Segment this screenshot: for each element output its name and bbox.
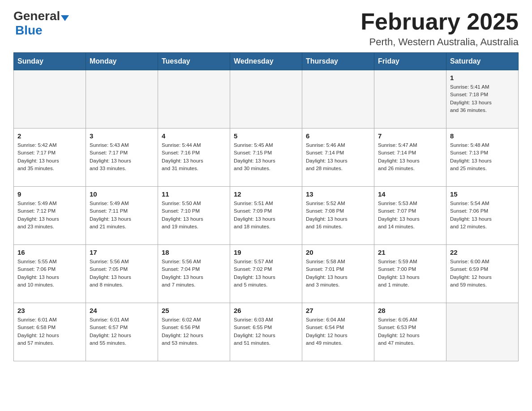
calendar-cell: 1Sunrise: 5:41 AMSunset: 7:18 PMDaylight… <box>446 70 519 128</box>
calendar-cell: 10Sunrise: 5:49 AMSunset: 7:11 PMDayligh… <box>86 187 158 245</box>
day-number: 3 <box>90 132 154 140</box>
day-number: 27 <box>306 307 370 314</box>
col-thursday: Thursday <box>302 53 374 70</box>
day-number: 6 <box>306 132 370 140</box>
day-number: 4 <box>162 132 226 140</box>
day-number: 15 <box>450 190 515 198</box>
calendar-cell: 4Sunrise: 5:44 AMSunset: 7:16 PMDaylight… <box>158 128 230 187</box>
calendar-row-3: 16Sunrise: 5:55 AMSunset: 7:06 PMDayligh… <box>14 245 519 303</box>
calendar-row-1: 2Sunrise: 5:42 AMSunset: 7:17 PMDaylight… <box>14 128 519 187</box>
calendar-cell: 12Sunrise: 5:51 AMSunset: 7:09 PMDayligh… <box>230 187 302 245</box>
day-info: Sunrise: 5:49 AMSunset: 7:12 PMDaylight:… <box>17 200 82 231</box>
day-number: 26 <box>234 307 298 314</box>
day-number: 16 <box>17 248 82 256</box>
calendar-cell: 13Sunrise: 5:52 AMSunset: 7:08 PMDayligh… <box>302 187 374 245</box>
title-block: February 2025 Perth, Western Australia, … <box>360 9 519 48</box>
day-info: Sunrise: 5:48 AMSunset: 7:13 PMDaylight:… <box>450 141 515 172</box>
calendar-row-2: 9Sunrise: 5:49 AMSunset: 7:12 PMDaylight… <box>14 187 519 245</box>
calendar-cell: 28Sunrise: 6:05 AMSunset: 6:53 PMDayligh… <box>374 303 446 361</box>
day-number: 22 <box>450 248 515 256</box>
day-number: 7 <box>378 132 442 140</box>
day-number: 24 <box>90 307 154 314</box>
page-subtitle: Perth, Western Australia, Australia <box>360 36 519 48</box>
col-saturday: Saturday <box>446 53 519 70</box>
day-info: Sunrise: 5:47 AMSunset: 7:14 PMDaylight:… <box>378 141 442 172</box>
day-info: Sunrise: 5:52 AMSunset: 7:08 PMDaylight:… <box>306 200 370 231</box>
day-number: 28 <box>378 307 442 314</box>
calendar-cell <box>158 70 230 128</box>
calendar-cell: 22Sunrise: 6:00 AMSunset: 6:59 PMDayligh… <box>446 245 519 303</box>
day-info: Sunrise: 6:01 AMSunset: 6:58 PMDaylight:… <box>17 316 82 347</box>
day-number: 8 <box>450 132 515 140</box>
calendar-cell: 3Sunrise: 5:43 AMSunset: 7:17 PMDaylight… <box>86 128 158 187</box>
day-number: 1 <box>450 74 515 81</box>
col-tuesday: Tuesday <box>158 53 230 70</box>
day-number: 10 <box>90 190 154 198</box>
day-info: Sunrise: 5:42 AMSunset: 7:17 PMDaylight:… <box>17 141 82 172</box>
calendar-cell: 15Sunrise: 5:54 AMSunset: 7:06 PMDayligh… <box>446 187 519 245</box>
calendar-cell: 27Sunrise: 6:04 AMSunset: 6:54 PMDayligh… <box>302 303 374 361</box>
calendar-cell: 17Sunrise: 5:56 AMSunset: 7:05 PMDayligh… <box>86 245 158 303</box>
day-info: Sunrise: 5:41 AMSunset: 7:18 PMDaylight:… <box>450 83 515 114</box>
day-number: 5 <box>234 132 298 140</box>
calendar-cell: 6Sunrise: 5:46 AMSunset: 7:14 PMDaylight… <box>302 128 374 187</box>
day-number: 14 <box>378 190 442 198</box>
day-info: Sunrise: 5:56 AMSunset: 7:04 PMDaylight:… <box>162 258 226 289</box>
day-info: Sunrise: 5:59 AMSunset: 7:00 PMDaylight:… <box>378 258 442 289</box>
day-number: 21 <box>378 248 442 256</box>
day-number: 2 <box>17 132 82 140</box>
calendar-table: Sunday Monday Tuesday Wednesday Thursday… <box>13 52 519 361</box>
calendar-cell: 20Sunrise: 5:58 AMSunset: 7:01 PMDayligh… <box>302 245 374 303</box>
day-info: Sunrise: 5:50 AMSunset: 7:10 PMDaylight:… <box>162 200 226 231</box>
calendar-cell <box>86 70 158 128</box>
page-header: General Blue February 2025 Perth, Wester… <box>13 9 519 48</box>
day-info: Sunrise: 5:46 AMSunset: 7:14 PMDaylight:… <box>306 141 370 172</box>
calendar-cell: 23Sunrise: 6:01 AMSunset: 6:58 PMDayligh… <box>14 303 86 361</box>
col-sunday: Sunday <box>14 53 86 70</box>
calendar-cell <box>230 70 302 128</box>
day-info: Sunrise: 6:03 AMSunset: 6:55 PMDaylight:… <box>234 316 298 347</box>
day-number: 17 <box>90 248 154 256</box>
calendar-cell: 2Sunrise: 5:42 AMSunset: 7:17 PMDaylight… <box>14 128 86 187</box>
calendar-cell: 11Sunrise: 5:50 AMSunset: 7:10 PMDayligh… <box>158 187 230 245</box>
day-info: Sunrise: 6:04 AMSunset: 6:54 PMDaylight:… <box>306 316 370 347</box>
calendar-cell: 14Sunrise: 5:53 AMSunset: 7:07 PMDayligh… <box>374 187 446 245</box>
day-info: Sunrise: 5:44 AMSunset: 7:16 PMDaylight:… <box>162 141 226 172</box>
day-info: Sunrise: 5:53 AMSunset: 7:07 PMDaylight:… <box>378 200 442 231</box>
calendar-cell: 26Sunrise: 6:03 AMSunset: 6:55 PMDayligh… <box>230 303 302 361</box>
calendar-row-4: 23Sunrise: 6:01 AMSunset: 6:58 PMDayligh… <box>14 303 519 361</box>
day-info: Sunrise: 5:45 AMSunset: 7:15 PMDaylight:… <box>234 141 298 172</box>
calendar-cell <box>302 70 374 128</box>
calendar-cell: 8Sunrise: 5:48 AMSunset: 7:13 PMDaylight… <box>446 128 519 187</box>
calendar-cell: 16Sunrise: 5:55 AMSunset: 7:06 PMDayligh… <box>14 245 86 303</box>
day-number: 20 <box>306 248 370 256</box>
day-info: Sunrise: 6:05 AMSunset: 6:53 PMDaylight:… <box>378 316 442 347</box>
day-info: Sunrise: 5:56 AMSunset: 7:05 PMDaylight:… <box>90 258 154 289</box>
logo-blue-text: Blue <box>15 23 43 37</box>
day-info: Sunrise: 5:58 AMSunset: 7:01 PMDaylight:… <box>306 258 370 289</box>
logo: General Blue <box>13 9 69 38</box>
col-wednesday: Wednesday <box>230 53 302 70</box>
calendar-cell: 5Sunrise: 5:45 AMSunset: 7:15 PMDaylight… <box>230 128 302 187</box>
day-info: Sunrise: 5:43 AMSunset: 7:17 PMDaylight:… <box>90 141 154 172</box>
day-number: 12 <box>234 190 298 198</box>
day-info: Sunrise: 6:01 AMSunset: 6:57 PMDaylight:… <box>90 316 154 347</box>
calendar-header-row: Sunday Monday Tuesday Wednesday Thursday… <box>14 53 519 70</box>
calendar-cell <box>14 70 86 128</box>
calendar-cell: 21Sunrise: 5:59 AMSunset: 7:00 PMDayligh… <box>374 245 446 303</box>
logo-general-text: General <box>13 9 60 23</box>
col-friday: Friday <box>374 53 446 70</box>
day-info: Sunrise: 5:54 AMSunset: 7:06 PMDaylight:… <box>450 200 515 231</box>
day-number: 11 <box>162 190 226 198</box>
day-info: Sunrise: 5:49 AMSunset: 7:11 PMDaylight:… <box>90 200 154 231</box>
page-title: February 2025 <box>360 9 519 34</box>
day-number: 9 <box>17 190 82 198</box>
calendar-row-0: 1Sunrise: 5:41 AMSunset: 7:18 PMDaylight… <box>14 70 519 128</box>
day-info: Sunrise: 6:02 AMSunset: 6:56 PMDaylight:… <box>162 316 226 347</box>
calendar-cell: 19Sunrise: 5:57 AMSunset: 7:02 PMDayligh… <box>230 245 302 303</box>
calendar-cell <box>446 303 519 361</box>
calendar-cell: 7Sunrise: 5:47 AMSunset: 7:14 PMDaylight… <box>374 128 446 187</box>
day-number: 13 <box>306 190 370 198</box>
day-info: Sunrise: 5:57 AMSunset: 7:02 PMDaylight:… <box>234 258 298 289</box>
col-monday: Monday <box>86 53 158 70</box>
